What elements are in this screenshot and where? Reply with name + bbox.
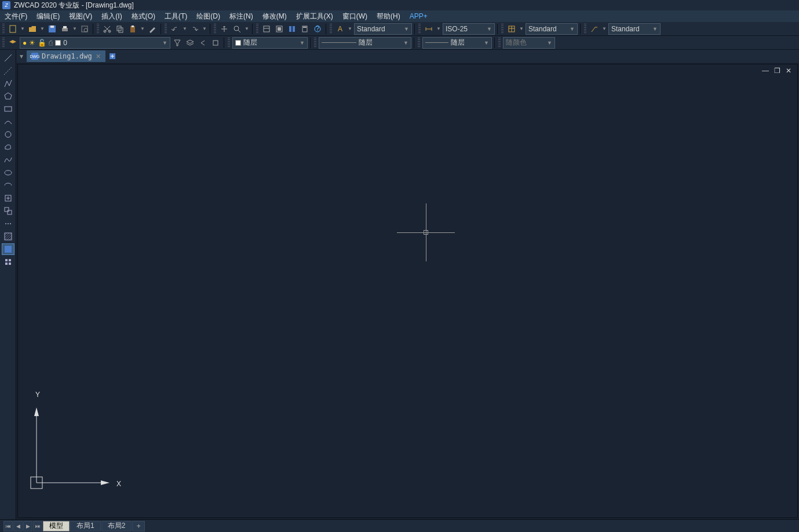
cut-button[interactable] bbox=[101, 23, 113, 35]
new-dropdown[interactable]: ▼ bbox=[20, 23, 25, 35]
menu-file[interactable]: 文件(F) bbox=[5, 12, 27, 21]
ellipse-tool[interactable] bbox=[2, 167, 14, 178]
dim-style-combo[interactable]: ISO-25 ▼ bbox=[443, 23, 495, 35]
layer-filter-button[interactable] bbox=[172, 37, 183, 49]
redo-dropdown[interactable]: ▼ bbox=[202, 23, 207, 35]
lineweight-combo[interactable]: 随层 ▼ bbox=[422, 37, 492, 49]
grip-icon[interactable] bbox=[228, 38, 230, 48]
menu-insert[interactable]: 插入(I) bbox=[101, 12, 122, 21]
mleader-style-dd[interactable]: ▼ bbox=[601, 23, 607, 35]
rectangle-tool[interactable] bbox=[2, 103, 14, 115]
zoom-dropdown[interactable]: ▼ bbox=[244, 23, 250, 35]
xline-tool[interactable] bbox=[2, 65, 14, 76]
line-tool[interactable] bbox=[2, 52, 14, 64]
grip-icon[interactable] bbox=[418, 38, 420, 48]
print-dropdown[interactable]: ▼ bbox=[72, 23, 78, 35]
text-style-dd[interactable]: ▼ bbox=[347, 23, 353, 35]
grip-icon[interactable] bbox=[418, 24, 421, 34]
table-style-dd[interactable]: ▼ bbox=[519, 23, 524, 35]
menu-help[interactable]: 帮助(H) bbox=[377, 12, 400, 21]
mleader-style-combo[interactable]: Standard ▼ bbox=[608, 23, 661, 35]
tab-chevron-icon[interactable]: ▾ bbox=[17, 52, 25, 60]
tab-next-button[interactable]: ▶ bbox=[23, 521, 32, 531]
insert-block-tool[interactable] bbox=[2, 192, 14, 204]
menu-extended-tools[interactable]: 扩展工具(X) bbox=[296, 12, 333, 21]
grip-icon[interactable] bbox=[214, 24, 216, 34]
menu-modify[interactable]: 修改(M) bbox=[262, 12, 287, 21]
undo-button[interactable] bbox=[169, 23, 181, 35]
color-combo[interactable]: 随层 ▼ bbox=[232, 37, 308, 49]
add-layout-button[interactable]: + bbox=[132, 521, 145, 531]
grip-icon[interactable] bbox=[2, 24, 5, 34]
layer-isolate-button[interactable] bbox=[210, 37, 221, 49]
match-properties-button[interactable] bbox=[147, 23, 158, 35]
hatch-tool[interactable] bbox=[2, 231, 14, 242]
text-style-button[interactable]: A bbox=[334, 23, 346, 35]
maximize-icon[interactable]: ❐ bbox=[773, 67, 781, 75]
tool-palettes-button[interactable] bbox=[286, 23, 298, 35]
mleader-style-button[interactable] bbox=[589, 23, 600, 35]
grip-icon[interactable] bbox=[498, 38, 501, 48]
pan-button[interactable] bbox=[218, 23, 230, 35]
layer-combo[interactable]: ● ☀ 🔓 ⎙ 0 ▼ bbox=[20, 37, 170, 49]
linetype-combo[interactable]: 随层 ▼ bbox=[319, 37, 411, 49]
region-tool[interactable] bbox=[2, 256, 14, 268]
make-block-tool[interactable] bbox=[2, 205, 14, 217]
menu-dimension[interactable]: 标注(N) bbox=[229, 12, 253, 21]
grip-icon[interactable] bbox=[97, 24, 99, 34]
new-button[interactable] bbox=[7, 23, 19, 35]
spline-tool[interactable] bbox=[2, 154, 14, 166]
copy-button[interactable] bbox=[114, 23, 126, 35]
grip-icon[interactable] bbox=[256, 24, 258, 34]
menu-app-plus[interactable]: APP+ bbox=[410, 12, 428, 20]
zoom-realtime-button[interactable] bbox=[231, 23, 243, 35]
dim-style-dd[interactable]: ▼ bbox=[436, 23, 442, 35]
grip-icon[interactable] bbox=[584, 24, 586, 34]
polygon-tool[interactable] bbox=[2, 90, 14, 102]
grip-icon[interactable] bbox=[314, 38, 316, 48]
properties-button[interactable] bbox=[261, 23, 272, 35]
polyline-tool[interactable] bbox=[2, 78, 14, 89]
grip-icon[interactable] bbox=[2, 38, 5, 48]
tab-prev-button[interactable]: ◀ bbox=[13, 521, 23, 531]
plotstyle-combo[interactable]: 随颜色 ▼ bbox=[503, 37, 555, 49]
redo-button[interactable] bbox=[189, 23, 200, 35]
help-button[interactable]: ? bbox=[312, 23, 323, 35]
layer-previous-button[interactable] bbox=[197, 37, 209, 49]
grip-icon[interactable] bbox=[330, 24, 332, 34]
gradient-tool[interactable] bbox=[2, 243, 14, 255]
undo-dropdown[interactable]: ▼ bbox=[182, 23, 188, 35]
table-style-combo[interactable]: Standard ▼ bbox=[526, 23, 578, 35]
layer-properties-button[interactable] bbox=[7, 37, 19, 49]
paste-button[interactable] bbox=[127, 23, 138, 35]
grip-icon[interactable] bbox=[165, 24, 167, 34]
menu-draw[interactable]: 绘图(D) bbox=[196, 12, 220, 21]
grip-icon[interactable] bbox=[501, 24, 504, 34]
menu-tools[interactable]: 工具(T) bbox=[165, 12, 187, 21]
dim-style-button[interactable] bbox=[423, 23, 435, 35]
point-tool[interactable] bbox=[2, 218, 14, 229]
table-style-button[interactable] bbox=[506, 23, 517, 35]
menu-format[interactable]: 格式(O) bbox=[132, 12, 155, 21]
calculator-button[interactable] bbox=[299, 23, 311, 35]
open-button[interactable] bbox=[27, 23, 38, 35]
layout1-tab[interactable]: 布局1 bbox=[70, 521, 101, 531]
tab-first-button[interactable]: ⏮ bbox=[3, 521, 13, 531]
tab-last-button[interactable]: ⏭ bbox=[33, 521, 42, 531]
print-preview-button[interactable] bbox=[79, 23, 90, 35]
new-document-button[interactable] bbox=[107, 50, 118, 62]
design-center-button[interactable] bbox=[273, 23, 285, 35]
close-icon[interactable]: ✕ bbox=[785, 67, 793, 75]
model-tab[interactable]: 模型 bbox=[43, 521, 70, 531]
arc-tool[interactable] bbox=[2, 116, 14, 127]
menu-window[interactable]: 窗口(W) bbox=[342, 12, 367, 21]
close-icon[interactable]: ✕ bbox=[96, 53, 101, 60]
open-dropdown[interactable]: ▼ bbox=[39, 23, 45, 35]
circle-tool[interactable] bbox=[2, 129, 14, 140]
ellipse-arc-tool[interactable] bbox=[2, 180, 14, 191]
minimize-icon[interactable]: — bbox=[761, 67, 769, 75]
layer-state-button[interactable] bbox=[184, 37, 196, 49]
paste-dropdown[interactable]: ▼ bbox=[140, 23, 145, 35]
menu-view[interactable]: 视图(V) bbox=[69, 12, 92, 21]
document-tab[interactable]: DWG Drawing1.dwg ✕ bbox=[27, 50, 105, 62]
